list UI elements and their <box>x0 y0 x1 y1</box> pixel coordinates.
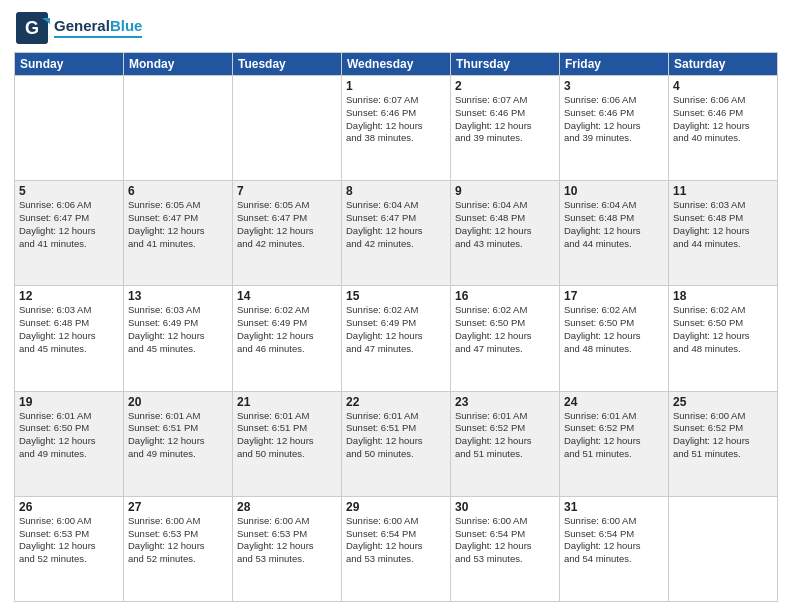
calendar-week-row: 26Sunrise: 6:00 AM Sunset: 6:53 PM Dayli… <box>15 496 778 601</box>
day-number: 19 <box>19 395 119 409</box>
day-info: Sunrise: 6:00 AM Sunset: 6:53 PM Dayligh… <box>128 515 228 566</box>
calendar-table: SundayMondayTuesdayWednesdayThursdayFrid… <box>14 52 778 602</box>
day-number: 4 <box>673 79 773 93</box>
day-number: 6 <box>128 184 228 198</box>
day-number: 21 <box>237 395 337 409</box>
calendar-cell: 20Sunrise: 6:01 AM Sunset: 6:51 PM Dayli… <box>124 391 233 496</box>
day-number: 13 <box>128 289 228 303</box>
day-info: Sunrise: 6:01 AM Sunset: 6:51 PM Dayligh… <box>237 410 337 461</box>
day-number: 3 <box>564 79 664 93</box>
calendar-cell: 10Sunrise: 6:04 AM Sunset: 6:48 PM Dayli… <box>560 181 669 286</box>
day-info: Sunrise: 6:06 AM Sunset: 6:46 PM Dayligh… <box>673 94 773 145</box>
day-info: Sunrise: 6:01 AM Sunset: 6:51 PM Dayligh… <box>128 410 228 461</box>
day-info: Sunrise: 6:06 AM Sunset: 6:46 PM Dayligh… <box>564 94 664 145</box>
day-info: Sunrise: 6:04 AM Sunset: 6:48 PM Dayligh… <box>455 199 555 250</box>
day-info: Sunrise: 6:00 AM Sunset: 6:54 PM Dayligh… <box>455 515 555 566</box>
svg-text:G: G <box>25 18 39 38</box>
day-number: 2 <box>455 79 555 93</box>
weekday-header-tuesday: Tuesday <box>233 53 342 76</box>
weekday-header-thursday: Thursday <box>451 53 560 76</box>
day-info: Sunrise: 6:00 AM Sunset: 6:54 PM Dayligh… <box>564 515 664 566</box>
day-number: 26 <box>19 500 119 514</box>
calendar-cell: 23Sunrise: 6:01 AM Sunset: 6:52 PM Dayli… <box>451 391 560 496</box>
day-info: Sunrise: 6:00 AM Sunset: 6:52 PM Dayligh… <box>673 410 773 461</box>
day-info: Sunrise: 6:06 AM Sunset: 6:47 PM Dayligh… <box>19 199 119 250</box>
day-number: 23 <box>455 395 555 409</box>
day-info: Sunrise: 6:05 AM Sunset: 6:47 PM Dayligh… <box>128 199 228 250</box>
day-number: 30 <box>455 500 555 514</box>
day-info: Sunrise: 6:02 AM Sunset: 6:50 PM Dayligh… <box>673 304 773 355</box>
calendar-cell <box>233 76 342 181</box>
day-info: Sunrise: 6:03 AM Sunset: 6:49 PM Dayligh… <box>128 304 228 355</box>
day-number: 18 <box>673 289 773 303</box>
calendar-cell: 31Sunrise: 6:00 AM Sunset: 6:54 PM Dayli… <box>560 496 669 601</box>
weekday-header-wednesday: Wednesday <box>342 53 451 76</box>
page: G GeneralBlue SundayMondayTuesdayWednesd… <box>0 0 792 612</box>
calendar-cell: 19Sunrise: 6:01 AM Sunset: 6:50 PM Dayli… <box>15 391 124 496</box>
calendar-cell: 12Sunrise: 6:03 AM Sunset: 6:48 PM Dayli… <box>15 286 124 391</box>
calendar-cell: 6Sunrise: 6:05 AM Sunset: 6:47 PM Daylig… <box>124 181 233 286</box>
logo-text: GeneralBlue <box>54 18 142 35</box>
calendar-cell <box>15 76 124 181</box>
day-info: Sunrise: 6:03 AM Sunset: 6:48 PM Dayligh… <box>19 304 119 355</box>
day-number: 20 <box>128 395 228 409</box>
calendar-cell <box>669 496 778 601</box>
calendar-week-row: 5Sunrise: 6:06 AM Sunset: 6:47 PM Daylig… <box>15 181 778 286</box>
day-info: Sunrise: 6:00 AM Sunset: 6:53 PM Dayligh… <box>237 515 337 566</box>
calendar-cell: 28Sunrise: 6:00 AM Sunset: 6:53 PM Dayli… <box>233 496 342 601</box>
weekday-header-saturday: Saturday <box>669 53 778 76</box>
calendar-week-row: 19Sunrise: 6:01 AM Sunset: 6:50 PM Dayli… <box>15 391 778 496</box>
calendar-cell: 27Sunrise: 6:00 AM Sunset: 6:53 PM Dayli… <box>124 496 233 601</box>
day-info: Sunrise: 6:00 AM Sunset: 6:54 PM Dayligh… <box>346 515 446 566</box>
day-info: Sunrise: 6:02 AM Sunset: 6:49 PM Dayligh… <box>346 304 446 355</box>
calendar-cell: 7Sunrise: 6:05 AM Sunset: 6:47 PM Daylig… <box>233 181 342 286</box>
day-number: 29 <box>346 500 446 514</box>
day-info: Sunrise: 6:03 AM Sunset: 6:48 PM Dayligh… <box>673 199 773 250</box>
day-info: Sunrise: 6:05 AM Sunset: 6:47 PM Dayligh… <box>237 199 337 250</box>
weekday-header-monday: Monday <box>124 53 233 76</box>
calendar-cell: 13Sunrise: 6:03 AM Sunset: 6:49 PM Dayli… <box>124 286 233 391</box>
calendar-cell: 29Sunrise: 6:00 AM Sunset: 6:54 PM Dayli… <box>342 496 451 601</box>
calendar-cell: 1Sunrise: 6:07 AM Sunset: 6:46 PM Daylig… <box>342 76 451 181</box>
calendar-week-row: 12Sunrise: 6:03 AM Sunset: 6:48 PM Dayli… <box>15 286 778 391</box>
day-number: 31 <box>564 500 664 514</box>
header: G GeneralBlue <box>14 10 778 46</box>
weekday-header-row: SundayMondayTuesdayWednesdayThursdayFrid… <box>15 53 778 76</box>
calendar-cell: 26Sunrise: 6:00 AM Sunset: 6:53 PM Dayli… <box>15 496 124 601</box>
day-number: 17 <box>564 289 664 303</box>
calendar-cell: 16Sunrise: 6:02 AM Sunset: 6:50 PM Dayli… <box>451 286 560 391</box>
calendar-week-row: 1Sunrise: 6:07 AM Sunset: 6:46 PM Daylig… <box>15 76 778 181</box>
calendar-cell: 14Sunrise: 6:02 AM Sunset: 6:49 PM Dayli… <box>233 286 342 391</box>
calendar-cell: 30Sunrise: 6:00 AM Sunset: 6:54 PM Dayli… <box>451 496 560 601</box>
day-number: 10 <box>564 184 664 198</box>
calendar-cell: 2Sunrise: 6:07 AM Sunset: 6:46 PM Daylig… <box>451 76 560 181</box>
day-number: 9 <box>455 184 555 198</box>
logo-icon: G <box>14 10 50 46</box>
calendar-cell: 4Sunrise: 6:06 AM Sunset: 6:46 PM Daylig… <box>669 76 778 181</box>
day-number: 22 <box>346 395 446 409</box>
weekday-header-friday: Friday <box>560 53 669 76</box>
calendar-cell: 25Sunrise: 6:00 AM Sunset: 6:52 PM Dayli… <box>669 391 778 496</box>
day-number: 24 <box>564 395 664 409</box>
calendar-cell: 3Sunrise: 6:06 AM Sunset: 6:46 PM Daylig… <box>560 76 669 181</box>
day-number: 11 <box>673 184 773 198</box>
calendar-cell: 11Sunrise: 6:03 AM Sunset: 6:48 PM Dayli… <box>669 181 778 286</box>
day-info: Sunrise: 6:02 AM Sunset: 6:49 PM Dayligh… <box>237 304 337 355</box>
day-info: Sunrise: 6:04 AM Sunset: 6:48 PM Dayligh… <box>564 199 664 250</box>
day-number: 27 <box>128 500 228 514</box>
day-info: Sunrise: 6:01 AM Sunset: 6:52 PM Dayligh… <box>455 410 555 461</box>
day-info: Sunrise: 6:01 AM Sunset: 6:52 PM Dayligh… <box>564 410 664 461</box>
calendar-cell: 17Sunrise: 6:02 AM Sunset: 6:50 PM Dayli… <box>560 286 669 391</box>
day-number: 28 <box>237 500 337 514</box>
logo: G GeneralBlue <box>14 10 142 46</box>
day-number: 7 <box>237 184 337 198</box>
day-info: Sunrise: 6:02 AM Sunset: 6:50 PM Dayligh… <box>455 304 555 355</box>
day-info: Sunrise: 6:07 AM Sunset: 6:46 PM Dayligh… <box>346 94 446 145</box>
day-info: Sunrise: 6:01 AM Sunset: 6:51 PM Dayligh… <box>346 410 446 461</box>
day-number: 1 <box>346 79 446 93</box>
calendar-cell: 9Sunrise: 6:04 AM Sunset: 6:48 PM Daylig… <box>451 181 560 286</box>
day-number: 14 <box>237 289 337 303</box>
weekday-header-sunday: Sunday <box>15 53 124 76</box>
day-number: 16 <box>455 289 555 303</box>
calendar-cell: 21Sunrise: 6:01 AM Sunset: 6:51 PM Dayli… <box>233 391 342 496</box>
